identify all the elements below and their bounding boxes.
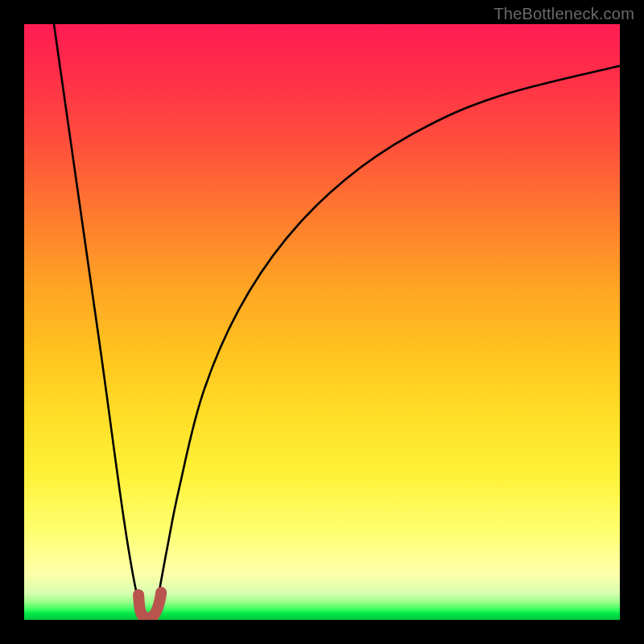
curve-layer (24, 24, 620, 620)
attribution-text: TheBottleneck.com (493, 5, 634, 23)
bottleneck-curve (54, 24, 620, 620)
minimum-marker (138, 592, 161, 617)
plot-area (24, 24, 620, 620)
chart-frame: TheBottleneck.com (0, 0, 644, 644)
